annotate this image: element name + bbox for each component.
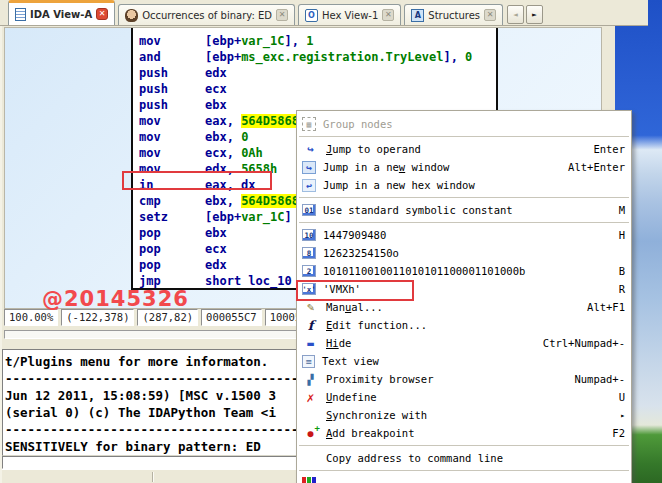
menu-item-label: Hide: [326, 337, 543, 349]
asm-line[interactable]: pushedx: [133, 65, 496, 81]
asm-operand: edx,: [205, 162, 241, 176]
menu-shortcut: Numpad+-: [574, 373, 625, 385]
structures-icon: A: [411, 9, 424, 22]
asm-operand: ]: [284, 210, 291, 224]
asm-mnemonic: mov: [139, 33, 205, 49]
status-segment: 000055C7: [201, 309, 262, 326]
menu-item-edit-function[interactable]: fEdit function...: [297, 316, 631, 334]
menu-item-12623254150o[interactable]: 812623254150o: [297, 244, 631, 262]
menu-item-label: Add breakpoint: [326, 427, 612, 439]
asm-mnemonic: cmp: [139, 193, 205, 209]
asm-operand: eax,: [205, 114, 241, 128]
symbolic-constant-icon: 01: [302, 204, 316, 216]
menu-shortcut: Alt+Enter: [568, 161, 625, 173]
tab-scroll-left-icon[interactable]: ◄: [507, 5, 524, 24]
asm-operand: ],: [284, 34, 306, 48]
edit-function-icon: f: [302, 318, 319, 332]
tab-close-icon[interactable]: ✕: [276, 9, 288, 21]
asm-operand: ebx,: [205, 130, 241, 144]
asm-operand: 0: [465, 50, 472, 64]
tab-label: Structures: [428, 10, 480, 21]
ida-view-icon: [15, 8, 26, 21]
asm-mnemonic: in: [139, 177, 205, 193]
menu-shortcut: F2: [612, 427, 625, 439]
menu-item-item[interactable]: [297, 474, 631, 483]
menu-shortcut: U: [619, 391, 625, 403]
asm-mnemonic: jmp: [139, 273, 205, 289]
menu-item-1010110010011010101100001101000b[interactable]: 21010110010011010101100001101000bB: [297, 262, 631, 280]
status-segment: (-122,378): [61, 309, 134, 326]
asm-mnemonic: mov: [139, 145, 205, 161]
tab-scroll-right-icon[interactable]: ►: [526, 5, 543, 24]
asm-mnemonic: mov: [139, 161, 205, 177]
tab-hex-view-1[interactable]: OHex View-1✕: [298, 4, 401, 25]
jump-to-operand-icon: ↪: [302, 142, 319, 156]
tab-close-icon[interactable]: ✕: [96, 8, 108, 20]
asm-operand: 0: [241, 130, 248, 144]
menu-item-undefine[interactable]: ✗UndefineU: [297, 388, 631, 406]
asm-mnemonic: mov: [139, 129, 205, 145]
menu-item-use-standard-symbolic-constant[interactable]: 01Use standard symbolic constantM: [297, 201, 631, 219]
menu-item-add-breakpoint[interactable]: ●Add breakpointF2: [297, 424, 631, 442]
breakpoint-icon: ●: [302, 426, 319, 440]
hide-icon: ▬: [302, 336, 319, 350]
asm-mnemonic: and: [139, 49, 205, 65]
menu-item-1447909480[interactable]: 101447909480H: [297, 226, 631, 244]
menu-item-group-nodes: ▦Group nodes: [297, 115, 631, 133]
jump-new-window-icon: ↪: [302, 161, 316, 174]
menu-item-synchronize-with[interactable]: Synchronize with▸: [297, 406, 631, 424]
tab-structures[interactable]: AStructures✕: [404, 4, 503, 25]
menu-item-copy-address-to-command-line[interactable]: Copy address to command line: [297, 449, 631, 467]
menu-separator: [299, 136, 629, 137]
menu-separator: [299, 222, 629, 223]
tab-close-icon[interactable]: ✕: [484, 9, 496, 21]
status-bar-divider: [152, 472, 154, 482]
menu-item-text-view[interactable]: ≡Text view: [297, 352, 631, 370]
tab-occurrences-of-binary-ed[interactable]: Occurrences of binary: ED✕: [118, 4, 295, 25]
tab-label: IDA View-A: [30, 9, 92, 20]
hex-view-icon: O: [305, 9, 318, 22]
decimal-icon: 10: [302, 229, 316, 241]
asm-operand: edx: [205, 66, 227, 80]
occurrences-icon: [125, 9, 138, 22]
menu-item-label: Jump in a new hex window: [323, 179, 625, 191]
asm-operand: 1: [306, 34, 313, 48]
menu-shortcut: M: [619, 204, 625, 216]
asm-line[interactable]: and[ebp+ms_exc.registration.TryLevel], 0: [133, 49, 496, 65]
asm-operand: var_1C: [241, 210, 284, 224]
asm-operand: eax, dx: [205, 178, 256, 192]
menu-item-jump-in-a-new-hex-window[interactable]: ↩Jump in a new hex window: [297, 176, 631, 194]
menu-item-vmxh[interactable]: 'x''VMXh'R: [297, 280, 631, 298]
menu-item-manual[interactable]: ✎Manual...Alt+F1: [297, 298, 631, 316]
asm-operand: ebx: [205, 98, 227, 112]
menu-item-label: Synchronize with: [326, 409, 616, 421]
menu-item-jump-to-operand[interactable]: ↪Jump to operandEnter: [297, 140, 631, 158]
tab-close-icon[interactable]: ✕: [382, 9, 394, 21]
asm-operand: [ebp+: [205, 34, 241, 48]
no-icon: [302, 408, 319, 422]
manual-icon: ✎: [302, 300, 319, 314]
menu-shortcut: R: [619, 283, 625, 295]
menu-shortcut: Enter: [593, 143, 625, 155]
asm-mnemonic: pop: [139, 241, 205, 257]
asm-mnemonic: mov: [139, 113, 205, 129]
menu-item-hide[interactable]: ▬HideCtrl+Numpad+-: [297, 334, 631, 352]
asm-operand: 5658h: [241, 162, 277, 176]
menu-item-label: Group nodes: [323, 118, 625, 130]
jump-new-hex-icon: ↩: [302, 179, 316, 192]
tab-ida-view-a[interactable]: IDA View-A✕: [8, 0, 115, 25]
asm-line[interactable]: mov[ebp+var_1C], 1: [133, 33, 496, 49]
asm-operand: edx: [205, 258, 227, 272]
menu-item-jump-in-a-new-window[interactable]: ↪Jump in a new windowAlt+Enter: [297, 158, 631, 176]
menu-item-proximity-browser[interactable]: ▞Proximity browserNumpad+-: [297, 370, 631, 388]
asm-mnemonic: setz: [139, 209, 205, 225]
menu-item-label: 1010110010011010101100001101000b: [323, 265, 619, 277]
graph-view-status-bar: 100.00%(-122,378)(287,82)000055C7100055C…: [4, 309, 325, 326]
asm-operand: ms_exc.registration.TryLevel: [241, 50, 443, 64]
menu-item-label: 1447909480: [323, 229, 619, 241]
asm-operand: ebx,: [205, 194, 241, 208]
asm-line[interactable]: pushecx: [133, 81, 496, 97]
asm-mnemonic: push: [139, 65, 205, 81]
asm-operand: ],: [443, 50, 465, 64]
menu-item-label: 12623254150o: [323, 247, 625, 259]
